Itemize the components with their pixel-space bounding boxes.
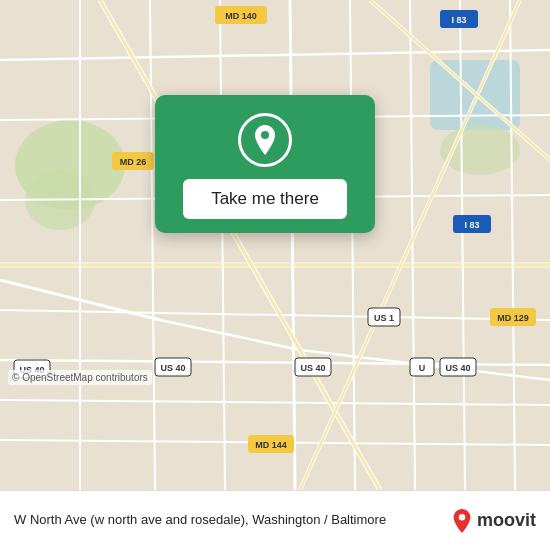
bottom-bar: W North Ave (w north ave and rosedale), …	[0, 490, 550, 550]
svg-text:MD 26: MD 26	[120, 157, 147, 167]
location-icon-wrap	[238, 113, 292, 167]
svg-text:MD 129: MD 129	[497, 313, 529, 323]
map-background: MD 140 I 83 MD 26 26 I 83 US 1 US 40 US …	[0, 0, 550, 490]
svg-text:MD 140: MD 140	[225, 11, 257, 21]
svg-text:I 83: I 83	[451, 15, 466, 25]
svg-text:I 83: I 83	[464, 220, 479, 230]
location-popup: Take me there	[155, 95, 375, 233]
moovit-pin-icon	[451, 508, 473, 534]
moovit-logo: moovit	[451, 508, 536, 534]
svg-text:U: U	[419, 363, 426, 373]
svg-point-57	[261, 131, 269, 139]
svg-text:US 1: US 1	[374, 313, 394, 323]
location-text: W North Ave (w north ave and rosedale), …	[14, 512, 451, 529]
location-pin-icon	[251, 123, 279, 157]
map-container: MD 140 I 83 MD 26 26 I 83 US 1 US 40 US …	[0, 0, 550, 490]
osm-credit: © OpenStreetMap contributors	[8, 370, 152, 385]
svg-text:US 40: US 40	[300, 363, 325, 373]
svg-point-58	[459, 514, 466, 521]
svg-text:US 40: US 40	[445, 363, 470, 373]
take-me-there-button[interactable]: Take me there	[183, 179, 347, 219]
svg-text:MD 144: MD 144	[255, 440, 287, 450]
svg-text:US 40: US 40	[160, 363, 185, 373]
moovit-wordmark: moovit	[477, 510, 536, 531]
